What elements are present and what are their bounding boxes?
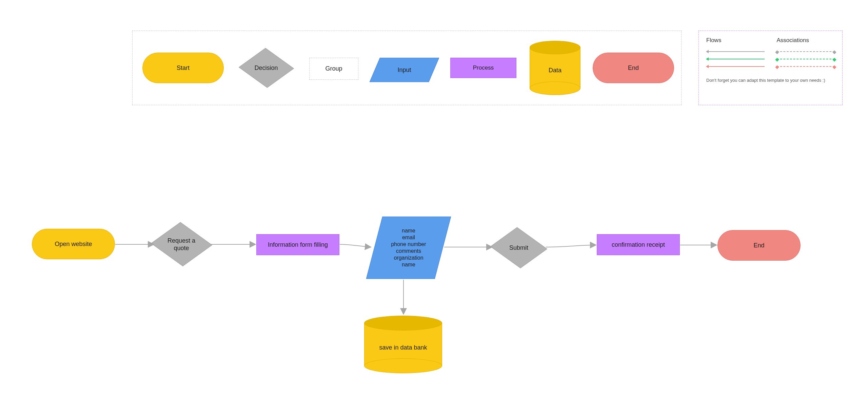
legend-process-shape[interactable]: Process [450,58,516,78]
node-request-quote-label: Request a quote [167,237,195,252]
node-input-fields[interactable]: name email phone number comments organiz… [366,217,451,279]
node-open-website-label: Open website [55,240,92,248]
legend-note: Don't forget you can adapt this template… [706,78,835,83]
legend-end-shape[interactable]: End [593,53,674,83]
node-confirmation-label: confirmation receipt [612,241,665,249]
legend-end-label: End [628,64,639,72]
node-end[interactable]: End [717,230,801,261]
legend-data-shape[interactable]: Data [530,41,580,95]
legend-start-label: Start [177,64,190,72]
legend-process-label: Process [473,64,494,71]
legend-input-shape[interactable]: Input [370,58,439,82]
node-info-form-label: Information form filling [268,241,328,249]
legend-decision-label: Decision [254,64,278,72]
legend-input-label: Input [397,66,411,74]
node-end-label: End [753,242,764,249]
legend-data-label: Data [549,67,561,74]
legend-start-shape[interactable]: Start [142,53,224,83]
node-open-website[interactable]: Open website [32,229,115,259]
node-data-bank[interactable]: save in data bank [364,316,442,373]
node-input-fields-label: name email phone number comments organiz… [391,227,426,268]
legend-group-label: Group [325,65,342,73]
legend-info-panel: Flows Associations Don't forget you can … [698,31,843,105]
associations-header: Associations [777,37,835,44]
node-request-quote[interactable]: Request a quote [149,214,214,274]
legend-decision-shape[interactable]: Decision [237,41,295,95]
legend-group-shape[interactable]: Group [309,58,358,80]
node-data-bank-label: save in data bank [379,344,427,352]
flows-header: Flows [706,37,765,44]
node-info-form[interactable]: Information form filling [256,234,339,255]
node-submit-label: Submit [509,244,528,252]
node-submit[interactable]: Submit [488,221,549,275]
node-confirmation[interactable]: confirmation receipt [597,234,680,255]
